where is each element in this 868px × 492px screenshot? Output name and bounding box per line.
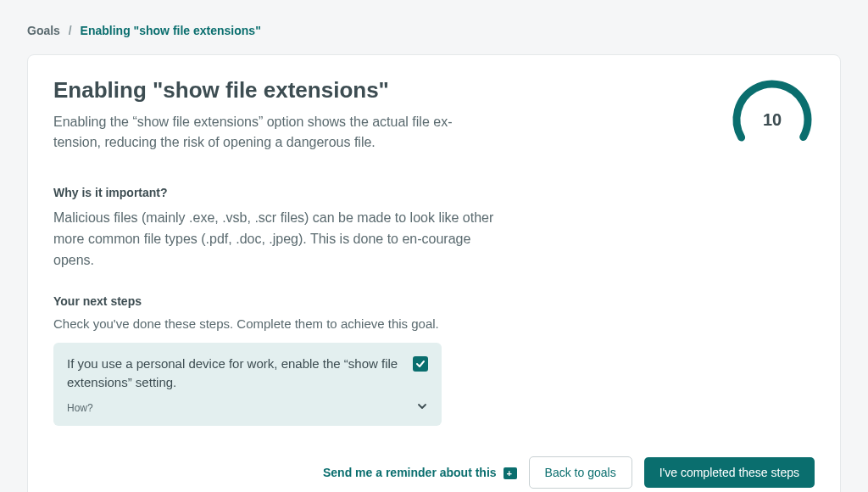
check-icon	[415, 359, 426, 369]
score-gauge: 10	[730, 77, 815, 162]
chevron-down-icon	[416, 400, 428, 416]
why-body: Malicious files (mainly .exe, .vsb, .scr…	[53, 208, 511, 271]
completed-steps-button[interactable]: I've completed these steps	[644, 457, 815, 488]
card-footer: Send me a reminder about this Back to go…	[53, 456, 815, 489]
calendar-plus-icon	[504, 466, 517, 479]
how-label: How?	[67, 402, 93, 414]
breadcrumb-root-link[interactable]: Goals	[27, 24, 60, 37]
page-title: Enabling "show file extensions"	[53, 77, 494, 103]
steps-intro: Check you've done these steps. Complete …	[53, 316, 815, 331]
gauge-value: 10	[730, 77, 815, 162]
breadcrumb-separator: /	[69, 24, 72, 37]
step-text: If you use a personal device for work, e…	[67, 355, 401, 392]
reminder-label: Send me a reminder about this	[323, 466, 497, 479]
step-how-toggle[interactable]: How?	[67, 400, 428, 416]
reminder-link[interactable]: Send me a reminder about this	[323, 466, 517, 479]
page-description: Enabling the “show file extensions” opti…	[53, 112, 494, 153]
goal-card: Enabling "show file extensions" Enabling…	[27, 54, 841, 492]
why-heading: Why is it important?	[53, 186, 815, 199]
breadcrumb-current: Enabling "show file extensions"	[81, 24, 261, 37]
step-checkbox[interactable]	[413, 356, 428, 372]
breadcrumb: Goals / Enabling "show file extensions"	[27, 24, 841, 37]
back-to-goals-button[interactable]: Back to goals	[529, 456, 632, 489]
step-card: If you use a personal device for work, e…	[53, 343, 442, 426]
steps-heading: Your next steps	[53, 294, 815, 308]
